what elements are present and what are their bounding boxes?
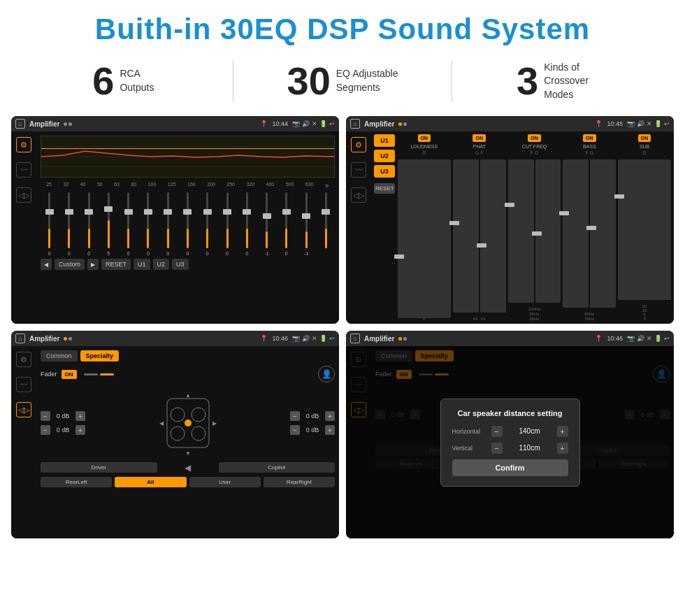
v0: 0	[41, 251, 58, 256]
eq-slider-12[interactable]	[277, 192, 295, 248]
back-icon-4[interactable]: ↩	[664, 335, 670, 342]
car-svg: ▲ ▼ ◀ ▶	[153, 388, 223, 458]
left-arrow-icon[interactable]: ◀	[41, 259, 52, 270]
eq-slider-14[interactable]	[317, 192, 335, 248]
preset-u3[interactable]: U3	[374, 165, 395, 178]
sidebar-wave-icon[interactable]: 〰	[16, 162, 31, 178]
svg-text:◀: ◀	[159, 420, 164, 427]
feature-rca: 6 RCAOutputs	[28, 62, 219, 101]
btn-driver[interactable]: Driver	[41, 462, 157, 473]
eq-slider-1[interactable]	[60, 192, 78, 248]
v5: 0	[139, 251, 157, 256]
profile-icon[interactable]: 👤	[318, 366, 335, 382]
db-minus-2[interactable]: −	[41, 425, 50, 435]
db-plus-4[interactable]: +	[325, 425, 335, 435]
db-row-2: − 0 dB +	[41, 425, 85, 435]
back-icon[interactable]: ↩	[329, 120, 335, 127]
db-row-3: − 0 dB +	[290, 411, 335, 421]
eq-u1-btn[interactable]: U1	[134, 259, 150, 270]
preset-u1[interactable]: U1	[374, 134, 395, 147]
sidebar-speaker-icon-2[interactable]: ◁▷	[351, 187, 366, 203]
right-arrow-icon[interactable]: ▶	[87, 259, 99, 270]
eq-slider-10[interactable]	[238, 192, 256, 248]
vertical-plus[interactable]: +	[557, 443, 568, 454]
tab-common[interactable]: Common	[41, 350, 78, 361]
screen1-eq: Amplifier 📍 10:44 📷 🔊 ✕ 🔋 ↩ ⚙ 〰 ◁▷	[11, 116, 339, 324]
eq-slider-4[interactable]	[120, 192, 137, 248]
eq-slider-0[interactable]	[41, 192, 58, 248]
eq-slider-5[interactable]	[139, 192, 157, 248]
eq-slider-8[interactable]	[199, 192, 216, 248]
horizontal-plus[interactable]: +	[557, 426, 568, 437]
sidebar-eq-icon-2[interactable]: ⚙	[351, 137, 366, 152]
sidebar-eq-icon-3[interactable]: ⚙	[16, 352, 31, 367]
btn-copilot[interactable]: Copilot	[219, 462, 336, 473]
freq-500: 500	[286, 182, 294, 189]
home-icon-4[interactable]	[350, 334, 360, 343]
v3: 5	[100, 251, 117, 256]
feature-crossover-text: Kinds ofCrossover Modes	[544, 61, 607, 102]
db-plus-2[interactable]: +	[75, 425, 85, 435]
toggle-bass[interactable]: ON	[583, 134, 596, 142]
eq-slider-2[interactable]	[80, 192, 98, 248]
sidebar-speaker-icon[interactable]: ◁▷	[16, 187, 31, 203]
page-title: Buith-in 30EQ DSP Sound System	[0, 0, 685, 53]
sidebar-wave-icon-3[interactable]: 〰	[16, 377, 31, 392]
eq-u2-btn[interactable]: U2	[153, 259, 170, 270]
eq-slider-3[interactable]	[100, 192, 117, 248]
reset-btn-crossover[interactable]: RESET	[374, 183, 395, 194]
back-icon-2[interactable]: ↩	[664, 120, 670, 127]
crossover-main: U1 U2 U3 RESET ON LOUDNESS G	[371, 131, 674, 324]
v8: 0	[199, 251, 216, 256]
db-plus-3[interactable]: +	[325, 411, 335, 421]
db-minus-4[interactable]: −	[290, 425, 300, 435]
btn-rearleft[interactable]: RearLeft	[41, 477, 112, 487]
eq-prev-arrow[interactable]: ◀	[41, 259, 52, 270]
feature-rca-number: 6	[92, 62, 114, 101]
toggle-cutfreq[interactable]: ON	[528, 134, 541, 142]
freq-200: 200	[207, 182, 215, 189]
sidebar-wave-icon-2[interactable]: 〰	[351, 162, 366, 178]
sidebar-speaker-icon-3[interactable]: ◁▷	[16, 402, 31, 417]
btn-all[interactable]: All	[115, 477, 186, 487]
v9: 0	[218, 251, 236, 256]
db-plus-1[interactable]: +	[75, 411, 85, 421]
back-icon-3[interactable]: ↩	[329, 335, 335, 342]
db-minus-3[interactable]: −	[290, 411, 300, 421]
location-icon-4: 📍	[595, 335, 603, 342]
eq-reset-btn[interactable]: RESET	[101, 259, 131, 270]
more-arrow[interactable]: »	[325, 182, 329, 189]
dot8	[403, 337, 407, 341]
status-dots-2	[398, 122, 407, 126]
crossover-channels: ON LOUDNESS G 0	[398, 134, 671, 321]
toggle-phat[interactable]: ON	[473, 134, 486, 142]
preset-u2[interactable]: U2	[374, 150, 395, 162]
btn-user[interactable]: User	[189, 477, 261, 487]
eq-u3-btn[interactable]: U3	[172, 259, 189, 270]
screen2-body: ⚙ 〰 ◁▷ U1 U2 U3 RESET ON LOUDNESS	[346, 131, 674, 324]
db-minus-1[interactable]: −	[41, 411, 50, 421]
svg-point-8	[192, 427, 206, 440]
toggle-sub[interactable]: ON	[638, 134, 651, 142]
btn-rearright[interactable]: RearRight	[264, 477, 335, 487]
sidebar-eq-icon[interactable]: ⚙	[16, 137, 31, 152]
label-cutfreq: CUT FREQ	[522, 144, 547, 149]
location-icon-3: 📍	[260, 335, 268, 342]
home-icon[interactable]	[15, 119, 25, 129]
horizontal-value: 140cm	[507, 427, 553, 435]
eq-sliders[interactable]	[41, 192, 335, 248]
eq-slider-7[interactable]	[179, 192, 196, 248]
eq-custom-btn[interactable]: Custom	[55, 259, 85, 270]
eq-slider-9[interactable]	[218, 192, 236, 248]
eq-slider-11[interactable]	[258, 192, 275, 248]
eq-slider-6[interactable]	[159, 192, 177, 248]
fader-on-button[interactable]: ON	[62, 370, 77, 379]
toggle-loudness[interactable]: ON	[418, 134, 431, 142]
confirm-button[interactable]: Confirm	[452, 459, 568, 476]
home-icon-3[interactable]	[15, 334, 25, 343]
eq-slider-13[interactable]	[297, 192, 315, 248]
home-icon-2[interactable]	[350, 119, 360, 129]
horizontal-minus[interactable]: −	[491, 426, 503, 437]
vertical-minus[interactable]: −	[491, 443, 503, 454]
tab-specialty[interactable]: Specialty	[80, 350, 120, 361]
